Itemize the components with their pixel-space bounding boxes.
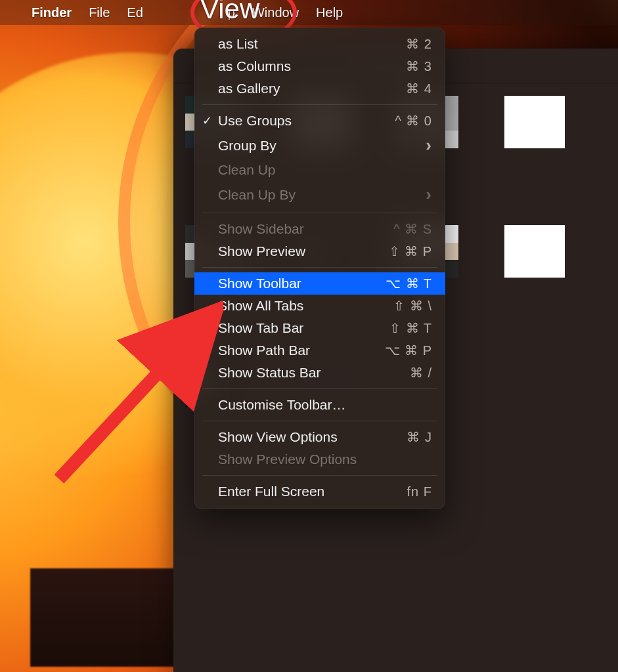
menu-item-shortcut: ⌘ 3 [406, 58, 432, 74]
menu-item-clean-up: Clean Up [194, 159, 445, 181]
menu-item-shortcut: ⌥ ⌘ T [386, 276, 432, 291]
menu-item-shortcut: ⇧ ⌘ T [389, 320, 432, 336]
wallpaper-shadow [30, 568, 181, 667]
menu-separator [202, 104, 437, 105]
menu-separator [202, 421, 437, 421]
menu-item-label: Group By [218, 138, 426, 154]
chevron-right-icon: › [426, 135, 432, 156]
chevron-right-icon: › [426, 184, 432, 205]
menu-item-label: Show Path Bar [218, 343, 385, 358]
menu-item-clean-up-by: Clean Up By› [194, 181, 445, 208]
menu-item-label: Enter Full Screen [218, 484, 407, 499]
menubar[interactable]: Finder File Ed View p Window Help [0, 0, 618, 25]
menu-separator [202, 213, 437, 213]
checkmark-icon: ✓ [202, 114, 212, 128]
menu-item-label: as Columns [218, 58, 406, 74]
menubar-item-help[interactable]: Help [316, 5, 343, 20]
menu-item-show-preview[interactable]: Show Preview⇧ ⌘ P [194, 240, 445, 262]
menu-item-shortcut: ⇧ ⌘ P [389, 243, 432, 259]
menu-separator [202, 475, 437, 476]
menu-item-label: Use Groups [218, 113, 395, 129]
menu-item-shortcut: ⌘ 2 [406, 36, 432, 52]
menu-item-shortcut: ⌥ ⌘ P [385, 343, 432, 358]
file-thumbnail[interactable] [504, 225, 565, 295]
file-thumbnail[interactable] [504, 96, 565, 166]
menu-item-as-list[interactable]: as List⌘ 2 [194, 33, 445, 55]
menubar-item-go-fragment[interactable]: p [228, 5, 235, 20]
menu-item-show-status-bar[interactable]: Show Status Bar⌘ / [194, 362, 445, 384]
menu-item-label: Show Sidebar [218, 221, 393, 237]
menubar-app-name[interactable]: Finder [32, 5, 72, 20]
menu-item-show-sidebar: Show Sidebar^ ⌘ S [194, 218, 445, 240]
menu-item-show-toolbar[interactable]: Show Toolbar⌥ ⌘ T [194, 272, 445, 295]
menu-item-label: Show Toolbar [218, 276, 386, 291]
menubar-item-edit[interactable]: Ed [127, 5, 143, 20]
menu-item-show-all-tabs[interactable]: Show All Tabs⇧ ⌘ \ [194, 295, 445, 317]
menu-item-label: Clean Up By [218, 187, 426, 203]
menubar-item-window[interactable]: Window [252, 5, 299, 20]
menu-item-label: Show Status Bar [218, 365, 410, 381]
menu-item-enter-full-screen[interactable]: Enter Full Screenfn F [194, 480, 445, 503]
menu-item-show-tab-bar[interactable]: Show Tab Bar⇧ ⌘ T [194, 317, 445, 339]
menu-separator [202, 267, 437, 268]
menu-item-label: as List [218, 36, 406, 52]
menu-item-label: Clean Up [218, 162, 432, 178]
menu-item-shortcut: ⌘ 4 [406, 81, 432, 96]
menu-item-shortcut: ^ ⌘ S [393, 221, 432, 237]
menu-item-label: Show Preview Options [218, 452, 432, 467]
menu-item-as-gallery[interactable]: as Gallery⌘ 4 [194, 77, 445, 100]
menu-item-shortcut: ^ ⌘ 0 [395, 113, 432, 129]
menu-item-show-path-bar[interactable]: Show Path Bar⌥ ⌘ P [194, 339, 445, 362]
menu-item-show-view-options[interactable]: Show View Options⌘ J [194, 426, 445, 448]
menu-item-shortcut: fn F [407, 484, 432, 499]
menu-item-label: Show Preview [218, 243, 389, 259]
menu-item-use-groups[interactable]: ✓Use Groups^ ⌘ 0 [194, 110, 445, 132]
menu-item-shortcut: ⇧ ⌘ \ [393, 298, 432, 314]
menu-item-shortcut: ⌘ / [410, 365, 432, 381]
menu-item-label: as Gallery [218, 81, 406, 96]
menubar-item-file[interactable]: File [89, 5, 110, 20]
menu-item-label: Show All Tabs [218, 298, 393, 314]
menu-item-label: Customise Toolbar… [218, 397, 432, 413]
menu-item-group-by[interactable]: Group By› [194, 132, 445, 159]
menu-item-as-columns[interactable]: as Columns⌘ 3 [194, 55, 445, 77]
view-menu-dropdown[interactable]: as List⌘ 2as Columns⌘ 3as Gallery⌘ 4✓Use… [194, 28, 445, 509]
menu-separator [202, 388, 437, 389]
menu-item-shortcut: ⌘ J [407, 429, 432, 445]
menu-item-label: Show Tab Bar [218, 320, 389, 336]
menu-item-show-preview-options: Show Preview Options [194, 448, 445, 471]
menu-item-label: Show View Options [218, 429, 407, 445]
menu-item-customise-toolbar[interactable]: Customise Toolbar… [194, 394, 445, 416]
